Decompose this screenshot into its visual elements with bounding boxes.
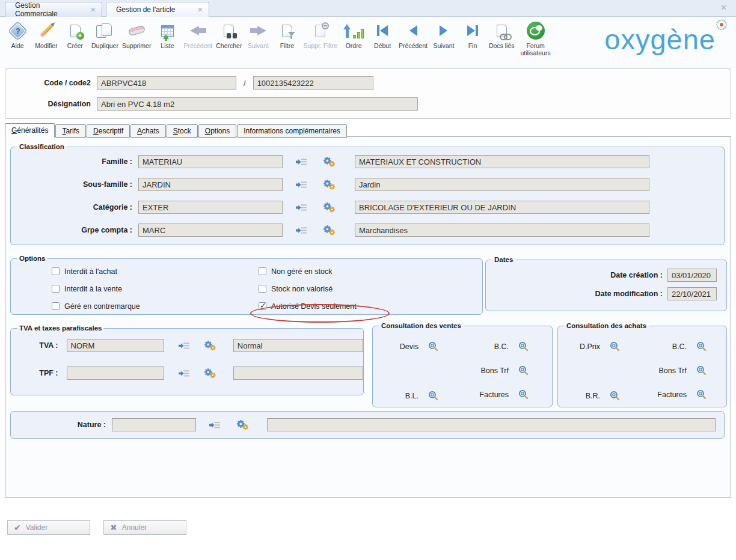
toolbar-button-suivant[interactable]: Suivant — [430, 19, 458, 49]
magnifier-icon[interactable] — [610, 341, 620, 352]
sous-famille-description-field[interactable] — [355, 178, 649, 191]
toolbar-button-filtre[interactable]: Filtre — [273, 19, 301, 49]
toolbar-button-creer[interactable]: + Créer — [61, 19, 89, 49]
select-from-list-icon[interactable] — [296, 158, 307, 166]
tva-code-field[interactable] — [67, 339, 164, 352]
eraser-icon — [122, 19, 151, 42]
sous-famille-label: Sous-famille : — [11, 180, 138, 189]
date-creation-field[interactable] — [667, 269, 717, 282]
settings-gear-icon[interactable] — [323, 179, 336, 190]
nav-last-icon — [460, 19, 485, 42]
magnifier-icon[interactable] — [696, 365, 707, 376]
tab-descriptif[interactable]: Descriptif — [87, 124, 130, 138]
tva-description-field[interactable] — [233, 339, 363, 352]
checkbox-stock-non-valorise[interactable] — [259, 285, 266, 293]
toolbar-button-precedent[interactable]: Précédent — [397, 19, 429, 49]
toolbar-button-modifier[interactable]: Modifier — [32, 19, 60, 49]
settings-gear-icon[interactable] — [236, 419, 249, 431]
grpe-compta-description-field[interactable] — [355, 224, 649, 237]
select-from-list-icon[interactable] — [179, 342, 190, 350]
checkbox-label: Géré en contremarque — [64, 302, 140, 311]
settings-gear-icon[interactable] — [204, 368, 216, 379]
check-icon — [14, 523, 21, 532]
toolbar-button-debut[interactable]: Début — [369, 19, 396, 49]
toolbar-button-ordre[interactable]: Ordre — [340, 19, 367, 49]
designation-field[interactable] — [97, 97, 418, 111]
checkbox-interdit-vente[interactable] — [52, 285, 60, 293]
dates-groupbox: Dates Date création : Date modification … — [485, 256, 727, 311]
nature-label: Nature : — [11, 421, 112, 429]
code-field[interactable] — [97, 76, 236, 90]
settings-gear-icon[interactable] — [204, 340, 216, 352]
code-separator: / — [244, 79, 246, 88]
tab-generalites[interactable]: Généralités — [5, 123, 55, 138]
magnifier-icon[interactable] — [518, 365, 529, 376]
checkbox-gere-contremarque[interactable] — [52, 302, 60, 310]
settings-gear-icon[interactable] — [323, 156, 336, 168]
tva-groupbox: TVA et taxes parafiscales TVA : TPF : — [10, 324, 364, 395]
magnifier-icon[interactable] — [428, 341, 438, 352]
arrow-right-grey-icon — [245, 19, 271, 42]
toolbar-button-chercher[interactable]: Chercher — [215, 19, 243, 49]
toolbar-label: Créer — [63, 42, 88, 49]
toolbar-label: Suivant — [245, 42, 271, 49]
grpe-compta-code-field[interactable] — [138, 224, 283, 237]
categorie-code-field[interactable] — [138, 201, 283, 214]
nature-description-field[interactable] — [267, 418, 716, 431]
checkbox-non-gere-stock[interactable] — [259, 267, 266, 275]
sous-famille-code-field[interactable] — [138, 178, 283, 191]
toolbar-button-dupliquer[interactable]: Dupliquer — [90, 19, 120, 49]
magnifier-icon[interactable] — [696, 341, 707, 352]
tpf-description-field[interactable] — [233, 367, 363, 380]
toolbar-button-forum[interactable]: Forum utilisateurs — [517, 19, 554, 56]
categorie-description-field[interactable] — [355, 201, 649, 214]
checkbox-interdit-achat[interactable] — [52, 267, 60, 275]
magnifier-icon[interactable] — [610, 391, 620, 401]
magnifier-icon[interactable] — [696, 389, 707, 400]
option-row: Interdit à la vente — [52, 284, 140, 293]
toolbar-button-docs-lies[interactable]: Docs liés — [488, 19, 516, 49]
toolbar-button-suivant-record: Suivant — [244, 19, 272, 49]
select-from-list-icon[interactable] — [209, 421, 221, 429]
toolbar-label: Modifier — [34, 42, 59, 49]
select-from-list-icon[interactable] — [179, 370, 190, 377]
checkbox-autorise-devis-seulement[interactable] — [259, 302, 266, 310]
valider-button[interactable]: Valider — [7, 520, 90, 535]
toolbar-button-liste[interactable]: Liste — [153, 19, 181, 49]
select-from-list-icon[interactable] — [296, 204, 307, 212]
window-close-icon[interactable]: × — [721, 3, 726, 13]
nature-box: Nature : — [10, 411, 725, 439]
famille-description-field[interactable] — [355, 155, 649, 168]
tpf-code-field[interactable] — [67, 367, 164, 380]
consult-label: Bons Trf — [474, 367, 509, 375]
toolbar-button-aide[interactable]: ? Aide — [4, 19, 31, 49]
code2-field[interactable] — [253, 76, 373, 90]
toolbar-label: Suivant — [431, 42, 456, 49]
select-from-list-icon[interactable] — [296, 227, 307, 234]
magnifier-icon[interactable] — [428, 391, 438, 401]
close-tab-icon[interactable]: × — [84, 5, 96, 14]
nature-code-field[interactable] — [112, 418, 196, 431]
tab-achats[interactable]: Achats — [130, 124, 166, 138]
consult-bl: B.L. — [384, 391, 438, 401]
annuler-button[interactable]: Annuler — [103, 520, 186, 535]
tab-options[interactable]: Options — [198, 124, 236, 138]
tab-stock[interactable]: Stock — [167, 124, 198, 138]
toolbar-label: Dupliquer — [91, 42, 118, 49]
date-modification-field[interactable] — [667, 287, 717, 300]
toolbar-button-fin[interactable]: Fin — [459, 19, 486, 49]
options-title: Options — [17, 255, 48, 262]
close-tab-icon[interactable]: × — [191, 5, 203, 14]
select-from-list-icon[interactable] — [296, 181, 307, 189]
settings-gear-icon[interactable] — [323, 202, 336, 213]
settings-gear-icon[interactable] — [323, 225, 336, 236]
tab-informations-complementaires[interactable]: Informations complémentaires — [237, 124, 347, 138]
window-tab-gestion-commerciale[interactable]: Gestion Commerciale × — [5, 2, 102, 17]
magnifier-icon[interactable] — [518, 389, 529, 400]
famille-code-field[interactable] — [138, 155, 283, 168]
magnifier-icon[interactable] — [518, 341, 529, 352]
toolbar-button-supprimer[interactable]: Supprimer — [121, 19, 152, 49]
window-tab-gestion-article[interactable]: Gestion de l'article × — [106, 2, 209, 17]
consult-label: Factures — [652, 391, 687, 399]
tab-tarifs[interactable]: Tarifs — [55, 124, 86, 138]
